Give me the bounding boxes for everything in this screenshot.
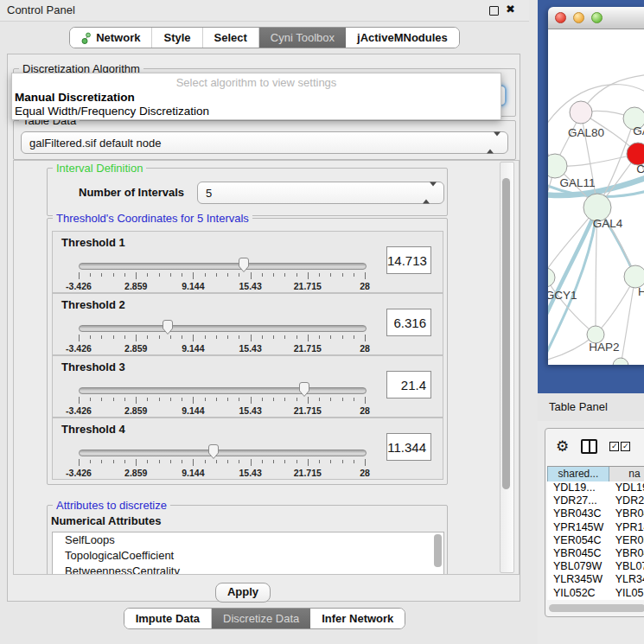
highlighted-edge[interactable] <box>548 207 597 334</box>
network-node[interactable] <box>613 358 628 365</box>
close-icon[interactable]: ✖ <box>506 3 515 16</box>
network-node-gcy1[interactable] <box>548 268 555 287</box>
column-checkbox-icons[interactable]: ✓ ✓ <box>609 442 630 451</box>
threshold-slider[interactable]: -3.4262.8599.14415.4321.71528 <box>79 443 365 477</box>
table-cell[interactable]: YLR345W <box>547 573 609 586</box>
tick-label: 2.859 <box>124 281 147 291</box>
slider-thumb-icon[interactable] <box>207 443 220 460</box>
attribute-list-item[interactable]: SelfLoops <box>53 532 443 548</box>
dropdown-prompt-item[interactable]: Select algorithm to view settings <box>12 76 501 89</box>
tick-mark <box>251 272 252 279</box>
attribute-list-item[interactable]: BetweennessCentrality <box>53 564 443 575</box>
network-edge[interactable] <box>555 154 638 166</box>
table-cell[interactable]: YBR043C <box>547 507 609 520</box>
threshold-value-field[interactable]: 14.713 <box>386 246 431 274</box>
table-row[interactable]: YER054CYER05 <box>547 534 644 547</box>
table-row[interactable]: YDL19...YDL19 <box>547 481 644 494</box>
table-cell[interactable]: YIL05 <box>609 587 644 600</box>
horizontal-scrollbar-thumb[interactable] <box>549 604 644 612</box>
apply-button[interactable]: Apply <box>215 583 271 603</box>
tab-select[interactable]: Select <box>203 28 259 48</box>
tab-network[interactable]: Network <box>70 28 152 48</box>
table-row[interactable]: YBR045CYBR04 <box>547 547 644 560</box>
tab-style[interactable]: Style <box>152 28 202 48</box>
slider-tick-labels: -3.4262.8599.14415.4321.71528 <box>79 343 365 354</box>
table-cell[interactable]: YLR34 <box>609 573 644 586</box>
split-columns-icon[interactable] <box>581 439 597 454</box>
slider-thumb-icon[interactable] <box>161 319 175 335</box>
table-cell[interactable]: YER054C <box>547 534 609 547</box>
table-row[interactable]: YDR27...YDR27 <box>547 494 644 507</box>
table-cell[interactable]: YER05 <box>609 534 644 547</box>
horizontal-scrollbar[interactable] <box>549 604 644 612</box>
threshold-value-field[interactable]: 6.316 <box>386 309 431 336</box>
tab-label: Style <box>163 31 190 44</box>
dropdown-option-equal-width[interactable]: Equal Width/Frequency Discretization <box>15 105 209 118</box>
table-cell[interactable]: YBL079W <box>547 560 609 573</box>
tab-infer-network[interactable]: Infer Network <box>310 609 405 628</box>
slider-track[interactable] <box>79 387 367 394</box>
column-header-shared-name[interactable]: shared... <box>547 467 609 482</box>
network-canvas[interactable]: GAL80GACGAL11GAL4GCY1HHAP2 <box>548 29 644 365</box>
threshold-value-field[interactable]: 11.344 <box>386 433 431 461</box>
table-data-combobox[interactable]: galFiltered.sif default node <box>21 131 508 154</box>
slider-thumb-icon[interactable] <box>237 257 251 273</box>
threshold-slider[interactable]: -3.4262.8599.14415.4321.71528 <box>79 256 365 290</box>
dropdown-option-manual[interactable]: Manual Discretization <box>15 91 135 104</box>
combo-stepper-icon[interactable] <box>487 137 501 150</box>
zoom-traffic-light-icon[interactable] <box>591 12 603 23</box>
network-node-gal80[interactable] <box>570 101 592 124</box>
list-scrollbar-thumb[interactable] <box>434 534 442 567</box>
close-traffic-light-icon[interactable] <box>555 12 566 23</box>
numerical-attributes-list[interactable]: SelfLoopsTopologicalCoefficientBetweenne… <box>52 532 444 575</box>
slider-track[interactable] <box>79 325 367 332</box>
slider-tick-labels: -3.4262.8599.14415.4321.71528 <box>79 405 365 416</box>
table-row[interactable]: YIL052CYIL05 <box>547 587 644 600</box>
table-cell[interactable]: YPR145W <box>547 521 609 534</box>
vertical-scrollbar[interactable] <box>500 162 514 573</box>
combo-stepper-icon[interactable] <box>423 187 437 200</box>
float-window-icon[interactable] <box>489 6 499 16</box>
column-header-name[interactable]: na <box>609 467 644 482</box>
checkbox-icon[interactable]: ✓ <box>621 442 630 451</box>
tab-cyni-toolbox[interactable]: Cyni Toolbox <box>259 28 346 48</box>
tick-mark <box>101 335 102 339</box>
tick-mark <box>113 460 114 463</box>
tick-mark <box>147 273 148 277</box>
settings-gear-icon[interactable]: ⚙ <box>556 439 569 454</box>
table-cell[interactable]: YBL07 <box>609 560 644 573</box>
network-edge[interactable] <box>548 277 596 335</box>
table-cell[interactable]: YBR045C <box>547 547 609 560</box>
threshold-slider[interactable]: -3.4262.8599.14415.4321.71528 <box>79 318 365 353</box>
tab-jactivemnodules[interactable]: jActiveMNodules <box>346 28 459 48</box>
vertical-scrollbar-thumb[interactable] <box>502 178 510 489</box>
slider-track[interactable] <box>79 450 367 456</box>
table-cell[interactable]: YDL19 <box>609 481 644 494</box>
number-of-intervals-combobox[interactable]: 5 <box>197 182 444 204</box>
number-of-intervals-value: 5 <box>206 187 212 200</box>
checkbox-icon[interactable]: ✓ <box>609 442 619 451</box>
table-cell[interactable]: YPR14 <box>609 521 644 534</box>
slider-thumb-icon[interactable] <box>297 381 311 398</box>
table-row[interactable]: YLR345WYLR34 <box>547 573 644 586</box>
table-row[interactable]: YBL079WYBL07 <box>547 560 644 573</box>
network-window-titlebar[interactable] <box>548 7 644 29</box>
table-cell[interactable]: YDL19... <box>547 481 609 494</box>
attribute-list-item[interactable]: TopologicalCoefficient <box>53 548 443 564</box>
table-row[interactable]: YBR043CYBR04 <box>547 507 644 520</box>
tick-mark <box>227 335 228 339</box>
table-cell[interactable]: YBR04 <box>609 507 644 520</box>
threshold-slider[interactable]: -3.4262.8599.14415.4321.71528 <box>79 380 365 415</box>
tick-mark <box>193 335 194 341</box>
table-cell[interactable]: YDR27... <box>547 494 609 507</box>
slider-track[interactable] <box>79 263 367 270</box>
tab-discretize-data[interactable]: Discretize Data <box>212 609 310 628</box>
table-cell[interactable]: YDR27 <box>609 494 644 507</box>
table-cell[interactable]: YIL052C <box>547 587 609 600</box>
tab-impute-data[interactable]: Impute Data <box>124 609 212 628</box>
threshold-value-field[interactable]: 21.4 <box>386 371 431 399</box>
table-row[interactable]: YPR145WYPR14 <box>547 521 644 534</box>
tick-mark <box>273 460 274 463</box>
minimize-traffic-light-icon[interactable] <box>573 12 584 23</box>
table-cell[interactable]: YBR04 <box>609 547 644 560</box>
